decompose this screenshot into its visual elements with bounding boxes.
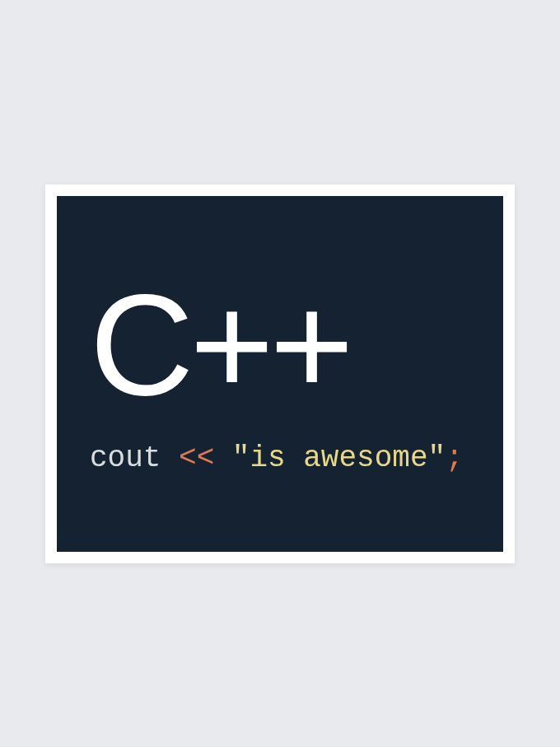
code-token-string: "is awesome": [232, 441, 446, 475]
code-token-operator: <<: [179, 441, 232, 475]
poster-frame: C++ cout << "is awesome";: [45, 184, 515, 563]
poster-title: C++: [90, 273, 487, 417]
code-token-semicolon: ;: [446, 441, 464, 475]
code-line: cout << "is awesome";: [90, 441, 487, 475]
poster-panel: C++ cout << "is awesome";: [57, 196, 503, 552]
code-token-cout: cout: [90, 441, 179, 475]
